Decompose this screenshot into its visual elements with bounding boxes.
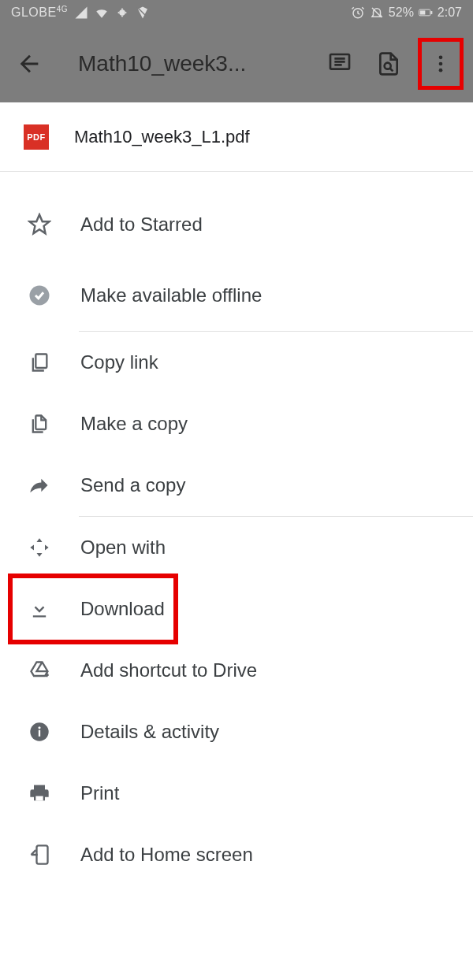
download-icon <box>27 596 52 622</box>
location-off-icon <box>136 6 150 20</box>
menu-label: Make available offline <box>80 284 262 306</box>
menu-item-openwith[interactable]: Open with <box>0 517 473 578</box>
home-screen-icon <box>27 842 52 867</box>
signal-icon <box>74 6 88 20</box>
battery-percent: 52% <box>389 6 414 20</box>
more-button-highlight <box>418 38 464 90</box>
info-icon <box>27 719 52 744</box>
carrier-label: GLOBE4G <box>11 5 68 20</box>
menu-label: Add to Starred <box>80 213 203 236</box>
file-header: PDF Math10_week3_L1.pdf <box>0 102 473 172</box>
svg-point-8 <box>439 56 443 60</box>
svg-rect-14 <box>39 730 40 737</box>
menu-item-homescreen[interactable]: Add to Home screen <box>0 824 473 885</box>
wifi-icon <box>95 6 109 20</box>
menu-label: Add shortcut to Drive <box>80 659 257 681</box>
comments-button[interactable] <box>320 44 359 84</box>
menu-item-offline[interactable]: Make available offline <box>0 260 473 331</box>
status-bar: GLOBE4G 52% 2:07 <box>0 0 473 25</box>
svg-point-9 <box>439 62 443 66</box>
print-icon <box>27 781 52 806</box>
find-in-page-button[interactable] <box>369 44 408 84</box>
more-button[interactable] <box>425 44 456 84</box>
svg-rect-16 <box>35 796 43 801</box>
back-button[interactable] <box>9 44 49 84</box>
dnd-icon <box>370 6 384 20</box>
menu-label: Copy link <box>80 351 158 373</box>
menu-item-download[interactable]: Download <box>0 578 473 640</box>
menu-item-copylink[interactable]: Copy link <box>0 332 473 393</box>
pdf-icon: PDF <box>24 124 49 150</box>
offline-icon <box>27 283 52 308</box>
menu-label: Make a copy <box>80 413 188 435</box>
svg-point-0 <box>119 9 125 16</box>
menu-label: Print <box>80 782 119 804</box>
page-title: Math10_week3... <box>78 51 311 76</box>
app-bar: Math10_week3... <box>0 25 473 102</box>
menu-label: Download <box>80 598 165 620</box>
star-icon <box>27 212 52 237</box>
menu-label: Open with <box>80 536 166 559</box>
menu-label: Add to Home screen <box>80 844 253 866</box>
svg-point-10 <box>439 69 443 72</box>
menu-item-shortcut[interactable]: Add shortcut to Drive <box>0 640 473 701</box>
svg-point-7 <box>385 63 391 69</box>
menu-item-details[interactable]: Details & activity <box>0 701 473 763</box>
menu-label: Details & activity <box>80 721 219 743</box>
menu-label: Send a copy <box>80 474 185 496</box>
svg-rect-4 <box>420 10 425 14</box>
options-menu: Add to Starred Make available offline Co… <box>0 172 473 885</box>
copy-link-icon <box>27 350 52 375</box>
svg-rect-12 <box>35 355 47 369</box>
make-copy-icon <box>27 411 52 436</box>
clock-label: 2:07 <box>438 6 462 20</box>
svg-rect-5 <box>430 11 432 14</box>
menu-item-starred[interactable]: Add to Starred <box>0 189 473 260</box>
menu-item-makecopy[interactable]: Make a copy <box>0 393 473 455</box>
file-name-label: Math10_week3_L1.pdf <box>74 127 250 147</box>
svg-rect-17 <box>37 845 48 863</box>
svg-point-15 <box>38 726 40 729</box>
menu-item-print[interactable]: Print <box>0 763 473 824</box>
battery-icon <box>419 6 433 20</box>
menu-item-sendcopy[interactable]: Send a copy <box>0 455 473 516</box>
send-icon <box>27 473 52 498</box>
drive-shortcut-icon <box>27 658 52 683</box>
open-with-icon <box>27 535 52 560</box>
alarm-icon <box>351 6 365 20</box>
eye-icon <box>115 6 129 20</box>
